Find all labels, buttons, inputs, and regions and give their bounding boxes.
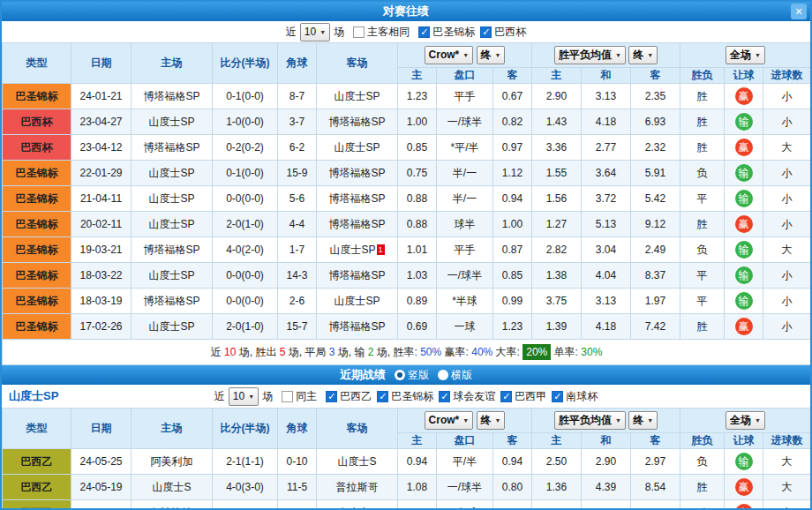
odds-group-header: Crow*▼ 终▼: [398, 43, 532, 68]
cell-draw-odds: 4.18: [582, 314, 631, 340]
cell-away-team: 山度士S: [317, 449, 398, 475]
cell-score: 0-0(0-0): [213, 263, 278, 289]
cell-handicap: 一/球半: [437, 475, 493, 500]
cell-result: 平: [680, 263, 725, 289]
cell-handicap: 平/半: [437, 449, 493, 475]
col-away: 客场: [317, 409, 398, 449]
cell-date: 22-01-29: [71, 161, 132, 186]
league-filter-checkbox[interactable]: 巴西甲: [500, 389, 546, 404]
odds-time-select[interactable]: 终▼: [477, 411, 506, 430]
cell-let-goal: 赢: [725, 314, 763, 340]
odds-time-select[interactable]: 终▼: [477, 46, 506, 64]
handicap-result-badge: 赢: [735, 318, 753, 335]
wdl-select[interactable]: 胜平负均值▼: [554, 411, 626, 430]
cell-lose-odds: 8.54: [631, 475, 680, 500]
cell-home-team: 邦迪比达: [132, 500, 213, 510]
cell-goals: 大: [763, 449, 811, 475]
wdl-time-select[interactable]: 终▼: [628, 46, 658, 64]
dropdown-arrow-icon: ▼: [320, 26, 326, 39]
radio-portrait[interactable]: [395, 370, 405, 380]
cell-corner: 4-4: [278, 212, 317, 237]
h2h-filter-bar: 近 10▼ 场 主客相同 巴圣锦标巴西杯: [2, 21, 810, 42]
match-count-select[interactable]: 10▼: [300, 23, 330, 41]
cell-lose-odds: 1.97: [631, 289, 680, 314]
wdl-select[interactable]: 胜平负均值▼: [554, 46, 626, 64]
league-filter-checkbox[interactable]: 南球杯: [552, 389, 598, 404]
summary-segment: 50%: [420, 346, 441, 358]
cell-away-team: 博塔福格SP: [317, 314, 398, 340]
near-label: 近: [214, 389, 225, 404]
same-venue-checkbox[interactable]: 主客相同: [353, 25, 410, 40]
cell-league: 巴圣锦标: [3, 212, 71, 237]
cell-corner: 0-10: [278, 449, 317, 475]
scope-group-header: 全场▼: [680, 409, 811, 433]
cell-odds-away: 0.85: [493, 263, 532, 289]
cell-score: 0-1(0-0): [213, 84, 278, 109]
cell-odds-away: 0.99: [493, 289, 532, 314]
cell-let-goal: 赢: [725, 475, 763, 500]
league-filter-checkbox[interactable]: 巴西乙: [326, 389, 372, 404]
scope-select[interactable]: 全场▼: [726, 46, 765, 64]
cell-league: 巴圣锦标: [3, 314, 71, 340]
h2h-summary: 近 10 场, 胜出 5 场, 平局 3 场, 输 2 场, 胜率: 50% 赢…: [3, 340, 811, 365]
cell-lose-odds: 6.93: [631, 109, 680, 135]
col-corner: 角球: [278, 43, 317, 84]
close-icon[interactable]: ✕: [791, 4, 807, 19]
bookmaker-select[interactable]: Crow*▼: [425, 411, 474, 430]
handicap-result-badge: 输: [735, 453, 753, 470]
cell-handicap: *半球: [437, 289, 493, 314]
cell-odds-home: 0.93: [398, 500, 437, 510]
col-type: 类型: [3, 43, 71, 84]
cell-handicap: 半/一: [437, 161, 493, 186]
cell-corner: 11-5: [278, 475, 317, 500]
recent-title-bar: 近期战绩 竖版 横版: [2, 365, 810, 385]
bookmaker-select[interactable]: Crow*▼: [425, 46, 474, 64]
cell-lose-odds: 2.32: [631, 135, 680, 161]
league-filter-checkbox[interactable]: 巴西杯: [480, 25, 526, 40]
scope-select[interactable]: 全场▼: [726, 411, 765, 430]
cell-date: 24-01-21: [71, 84, 132, 109]
cell-result: 胜: [680, 109, 725, 135]
match-count-select[interactable]: 10▼: [229, 387, 259, 406]
league-filter-checkbox[interactable]: 巴圣锦标: [377, 389, 433, 404]
cell-league: 巴圣锦标: [3, 161, 71, 186]
cell-lose-odds: 7.42: [631, 314, 680, 340]
cell-date: 24-05-25: [71, 449, 132, 475]
odds-group-header: Crow*▼ 终▼: [398, 409, 532, 433]
handicap-result-badge: 输: [735, 292, 753, 310]
cell-result: 胜: [680, 84, 725, 109]
wdl-time-select[interactable]: 终▼: [628, 411, 658, 430]
cell-odds-away: 0.90: [493, 500, 532, 510]
radio-landscape[interactable]: [438, 370, 448, 380]
same-home-checkbox[interactable]: 同主: [282, 389, 317, 404]
cell-away-team: 山度士SP: [317, 135, 398, 161]
cell-win-odds: 1.56: [532, 186, 582, 212]
handicap-result-badge: 输: [735, 266, 753, 284]
cell-odds-home: 1.01: [398, 237, 437, 263]
league-filter-checkbox[interactable]: 巴圣锦标: [418, 25, 475, 40]
dropdown-arrow-icon: ▼: [647, 414, 653, 427]
cell-result: 胜: [680, 314, 725, 340]
cell-away-team: 博塔福格SP: [317, 186, 398, 212]
dropdown-arrow-icon: ▼: [615, 49, 621, 62]
h2h-summary-row: 近 10 场, 胜出 5 场, 平局 3 场, 输 2 场, 胜率: 50% 赢…: [3, 340, 811, 365]
cell-lose-odds: 8.37: [631, 263, 680, 289]
dropdown-arrow-icon: ▼: [495, 49, 501, 62]
cell-corner: 2-6: [278, 289, 317, 314]
cell-odds-home: 0.85: [398, 135, 437, 161]
radio-portrait-label: 竖版: [408, 368, 429, 383]
cell-away-team: 博塔福格SP: [317, 109, 398, 135]
cell-handicap: 一球: [437, 314, 493, 340]
col-win: 主: [532, 68, 582, 84]
cell-league: 巴西杯: [3, 135, 71, 161]
cell-let-goal: 输: [725, 237, 763, 263]
h2h-row: 巴圣锦标17-02-26山度士SP2-0(1-0)15-7博塔福格SP0.69一…: [3, 314, 811, 340]
col-home: 主场: [132, 409, 213, 449]
cell-date: 19-03-21: [71, 237, 132, 263]
cell-goals: 小: [763, 84, 811, 109]
cell-odds-away: 1.12: [493, 161, 532, 186]
dropdown-arrow-icon: ▼: [755, 49, 761, 62]
league-filter-checkbox[interactable]: 球会友谊: [439, 389, 495, 404]
cell-score: 0-0(0-0): [213, 289, 278, 314]
cell-away-team: 山度士SP: [317, 84, 398, 109]
